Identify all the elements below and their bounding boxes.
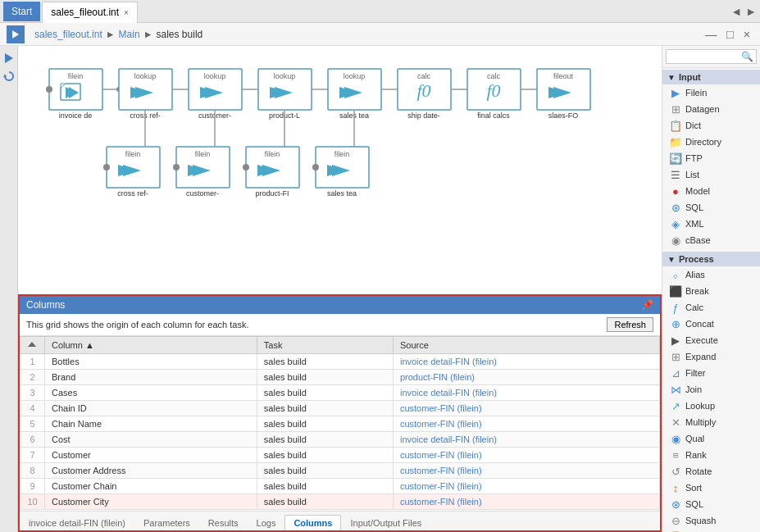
sidebar-item-label: Rotate bbox=[685, 466, 712, 476]
dict-icon: 📋 bbox=[669, 119, 682, 132]
sidebar-item-multiply[interactable]: ✕ Multiply bbox=[662, 414, 760, 430]
source-cell[interactable]: invoice detail-FIN (filein) bbox=[393, 354, 659, 370]
sidebar-section-header[interactable]: ▼ Input bbox=[662, 70, 760, 84]
sidebar-item-sql2[interactable]: ⊛ SQL bbox=[662, 496, 760, 512]
sidebar-item-list[interactable]: ☰ List bbox=[662, 166, 760, 183]
nav-left-icon[interactable]: ◄ bbox=[730, 5, 742, 18]
bottom-tab[interactable]: Logs bbox=[248, 515, 285, 530]
bottom-tab[interactable]: invoice detail-FIN (filein) bbox=[20, 515, 134, 530]
source-cell[interactable]: invoice detail-FIN (filein) bbox=[393, 385, 659, 401]
source-cell[interactable]: customer-FIN (filein) bbox=[393, 401, 659, 416]
sidebar-item-rotate[interactable]: ↺ Rotate bbox=[662, 463, 760, 480]
minimize-button[interactable]: — bbox=[702, 26, 720, 43]
bottom-tab[interactable]: Results bbox=[199, 515, 248, 530]
sidebar-item-join[interactable]: ⋈ Join bbox=[662, 381, 760, 398]
source-cell[interactable]: invoice detail-FIN (filein) bbox=[393, 432, 659, 448]
close-window-button[interactable]: × bbox=[740, 26, 753, 43]
bottom-tab[interactable]: Input/Output Files bbox=[341, 515, 430, 530]
column-header[interactable]: Column ▲ bbox=[45, 337, 257, 354]
columns-description: This grid shows the origin of each colum… bbox=[26, 320, 248, 330]
row-index: 8 bbox=[20, 463, 45, 479]
tab-start[interactable]: Start bbox=[3, 2, 40, 21]
sidebar-item-filter[interactable]: ⊿ Filter bbox=[662, 365, 760, 381]
sidebar-item-dict[interactable]: 📋 Dict bbox=[662, 117, 760, 134]
column-cell: Cost bbox=[45, 432, 257, 448]
data-table: Column ▲ Task Source 1 Bottles sales bui… bbox=[20, 336, 660, 511]
sidebar-item-sql[interactable]: ⊛ SQL bbox=[662, 199, 760, 216]
sidebar-item-timeseries[interactable]: ⌛ Timeseries bbox=[662, 529, 760, 532]
sidebar-item-cbase[interactable]: ◉ cBase bbox=[662, 232, 760, 248]
play-icon[interactable] bbox=[2, 51, 16, 66]
sidebar-item-ftp[interactable]: 🔄 FTP bbox=[662, 150, 760, 166]
task-header[interactable]: Task bbox=[257, 337, 393, 354]
table-row[interactable]: 10 Customer City sales build customer-FI… bbox=[20, 494, 660, 510]
svg-text:lookup: lookup bbox=[204, 72, 226, 80]
source-header[interactable]: Source bbox=[393, 337, 659, 354]
sidebar-item-label: SQL bbox=[685, 202, 703, 212]
table-row[interactable]: 8 Customer Address sales build customer-… bbox=[20, 463, 660, 479]
pin-icon[interactable]: 📌 bbox=[641, 299, 653, 311]
nav-right-icon[interactable]: ► bbox=[745, 5, 757, 18]
table-row[interactable]: 3 Cases sales build invoice detail-FIN (… bbox=[20, 385, 660, 401]
sidebar-item-break[interactable]: ⬛ Break bbox=[662, 283, 760, 299]
sidebar-item-filein[interactable]: ▶ Filein bbox=[662, 84, 760, 101]
breadcrumb-file[interactable]: sales_fileout.int bbox=[34, 29, 102, 40]
sidebar-section: ▼ Input ▶ Filein ⊞ Datagen 📋 Dict 📁 Dire… bbox=[662, 68, 760, 250]
sidebar-item-directory[interactable]: 📁 Directory bbox=[662, 134, 760, 150]
task-cell: sales build bbox=[257, 385, 393, 401]
cbase-icon: ◉ bbox=[669, 234, 682, 247]
table-row[interactable]: 5 Chain Name sales build customer-FIN (f… bbox=[20, 416, 660, 432]
sidebar-item-label: Sort bbox=[685, 483, 702, 493]
filter-icon: ⊿ bbox=[669, 366, 682, 380]
collapse-arrow: ▼ bbox=[667, 73, 676, 82]
tab-active[interactable]: sales_fileout.int × bbox=[42, 2, 138, 23]
column-cell: Chain ID bbox=[45, 401, 257, 416]
table-row[interactable]: 4 Chain ID sales build customer-FIN (fil… bbox=[20, 401, 660, 416]
sidebar-item-expand[interactable]: ⊞ Expand bbox=[662, 348, 760, 365]
sidebar-item-alias[interactable]: ⬦ Alias bbox=[662, 266, 760, 283]
source-cell[interactable]: customer-FIN (filein) bbox=[393, 448, 659, 463]
svg-text:slaes-FO: slaes-FO bbox=[548, 111, 579, 120]
task-cell: sales build bbox=[257, 416, 393, 432]
source-cell[interactable]: product-FIN (filein) bbox=[393, 370, 659, 385]
source-cell[interactable]: customer-FIN (filein) bbox=[393, 463, 659, 479]
sidebar-item-qual[interactable]: ◉ Qual bbox=[662, 430, 760, 447]
sidebar-item-model[interactable]: ● Model bbox=[662, 183, 760, 199]
source-cell[interactable]: customer-FIN (filein) bbox=[393, 479, 659, 494]
sidebar-item-label: Execute bbox=[685, 335, 718, 345]
search-icon: 🔍 bbox=[741, 51, 753, 62]
tab-close-icon[interactable]: × bbox=[124, 8, 129, 17]
refresh-icon[interactable] bbox=[2, 69, 16, 84]
sidebar-item-label: cBase bbox=[685, 235, 711, 245]
tab-navigation: ◄ ► bbox=[730, 5, 760, 18]
table-row[interactable]: 2 Brand sales build product-FIN (filein) bbox=[20, 370, 660, 385]
table-row[interactable]: 1 Bottles sales build invoice detail-FIN… bbox=[20, 354, 660, 370]
bottom-tab[interactable]: Parameters bbox=[134, 515, 199, 530]
source-cell[interactable]: customer-FIN (filein)↓ bbox=[393, 494, 659, 510]
sidebar-item-rank[interactable]: ≡ Rank bbox=[662, 447, 760, 463]
svg-text:invoice de: invoice de bbox=[59, 111, 93, 120]
run-button[interactable] bbox=[7, 25, 25, 43]
sidebar-item-xml[interactable]: ◈ XML bbox=[662, 216, 760, 232]
sidebar-item-sort[interactable]: ↕ Sort bbox=[662, 480, 760, 496]
refresh-button[interactable]: Refresh bbox=[607, 317, 653, 332]
sidebar-item-squash[interactable]: ⊖ Squash bbox=[662, 512, 760, 529]
source-cell[interactable]: customer-FIN (filein) bbox=[393, 416, 659, 432]
break-icon: ⬛ bbox=[669, 284, 682, 298]
table-row[interactable]: 9 Customer Chain sales build customer-FI… bbox=[20, 479, 660, 494]
sort-header[interactable] bbox=[20, 337, 45, 354]
sidebar-item-lookup[interactable]: ↗ Lookup bbox=[662, 398, 760, 414]
bottom-tab[interactable]: Columns bbox=[284, 515, 341, 530]
sidebar-item-execute[interactable]: ▶ Execute bbox=[662, 332, 760, 348]
table-row[interactable]: 6 Cost sales build invoice detail-FIN (f… bbox=[20, 432, 660, 448]
row-index: 2 bbox=[20, 370, 45, 385]
table-row[interactable]: 7 Customer sales build customer-FIN (fil… bbox=[20, 448, 660, 463]
sidebar-item-calc[interactable]: ƒ Calc bbox=[662, 299, 760, 316]
model-icon: ● bbox=[669, 184, 682, 198]
maximize-button[interactable]: □ bbox=[723, 26, 736, 43]
row-index: 4 bbox=[20, 401, 45, 416]
sidebar-section-header[interactable]: ▼ Process bbox=[662, 252, 760, 266]
sidebar-item-concat[interactable]: ⊕ Concat bbox=[662, 316, 760, 332]
breadcrumb-section[interactable]: Main bbox=[119, 29, 140, 40]
sidebar-item-datagen[interactable]: ⊞ Datagen bbox=[662, 101, 760, 117]
